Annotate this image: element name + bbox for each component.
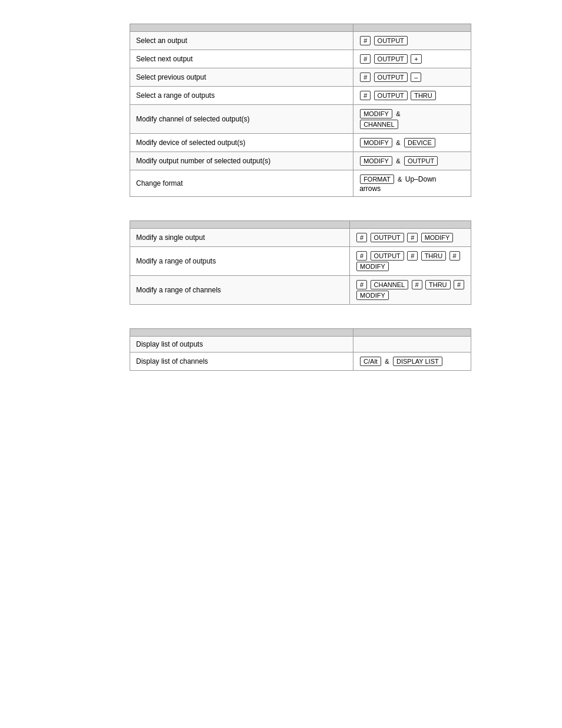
section-2: Modify a single output # OUTPUT # MODIFY… [35,220,527,305]
row-desc: Select a range of outputs [130,87,353,105]
key-arrows: Up–Down [405,175,437,183]
table-row: Modify a range of outputs # OUTPUT # THR… [130,247,471,276]
table3-header-desc [130,329,353,337]
row-desc: Select next output [130,50,353,68]
row-keys: # OUTPUT THRU [353,87,471,105]
key-modify: MODIFY [360,109,392,118]
key-format: FORMAT [360,174,394,184]
key-hash: # [356,251,367,261]
table-row: Select a range of outputs # OUTPUT THRU [130,87,471,105]
section-1: Select an output # OUTPUT Select next ou… [35,24,527,197]
key-output: OUTPUT [371,251,404,261]
row-desc: Modify channel of selected output(s) [130,105,353,134]
key-plus: + [411,54,421,64]
table1-header-action [353,24,471,32]
row-keys: # OUTPUT + [353,50,471,68]
row-keys: MODIFY & DEVICE [353,134,471,152]
table-row: Display list of outputs [130,337,471,353]
table-row: Select previous output # OUTPUT – [130,68,471,87]
key-display-list: DISPLAY LIST [393,357,442,366]
table-row: Modify a single output # OUTPUT # MODIFY [130,229,471,247]
table2-header-desc [130,221,350,229]
table-row: Change format FORMAT & Up–Down arrows [130,170,471,197]
key-hash2: # [407,251,418,261]
row-keys: # OUTPUT – [353,68,471,87]
row-keys: # OUTPUT # THRU # MODIFY [350,247,471,276]
row-keys: # OUTPUT # MODIFY [350,229,471,247]
table-3: Display list of outputs Display list of … [130,328,471,371]
amp: & [398,176,402,183]
key-output: OUTPUT [374,91,408,100]
table1-header-desc [130,24,353,32]
amp: & [385,358,389,365]
key-modify: MODIFY [421,233,454,242]
row-keys [353,337,471,353]
key-hash: # [356,280,367,289]
key-minus: – [411,73,421,82]
table3-header-action [353,329,471,337]
table-row: Select next output # OUTPUT + [130,50,471,68]
section-3: Display list of outputs Display list of … [35,328,527,371]
row-keys: # OUTPUT [353,32,471,50]
row-desc: Modify a range of channels [130,276,350,305]
table-row: Modify device of selected output(s) MODI… [130,134,471,152]
amp: & [396,110,400,117]
row-desc: Modify output number of selected output(… [130,152,353,170]
row-desc: Select an output [130,32,353,50]
key-channel: CHANNEL [371,280,409,289]
key-output: OUTPUT [374,73,408,82]
amp: & [396,157,400,164]
key-modify: MODIFY [360,138,392,147]
key-hash3: # [454,280,464,289]
row-desc: Select previous output [130,68,353,87]
row-desc: Modify device of selected output(s) [130,134,353,152]
key-arrows-2: arrows [359,185,381,193]
table-2: Modify a single output # OUTPUT # MODIFY… [130,220,471,305]
row-desc: Modify a single output [130,229,350,247]
key-device: DEVICE [404,138,435,147]
key-output: OUTPUT [374,54,408,64]
key-output: OUTPUT [374,36,408,45]
table2-header-action [350,221,471,229]
key-channel: CHANNEL [360,120,398,129]
row-keys: MODIFY & CHANNEL [353,105,471,134]
key-modify: MODIFY [356,291,389,300]
key-hash3: # [449,251,460,261]
key-hash: # [356,233,367,242]
key-hash: # [360,73,371,82]
key-output: OUTPUT [404,156,438,166]
key-hash: # [360,91,371,100]
key-calt: C/Alt [360,357,381,366]
table-row: Modify channel of selected output(s) MOD… [130,105,471,134]
key-thru: THRU [421,251,447,261]
table-1: Select an output # OUTPUT Select next ou… [130,24,471,197]
amp: & [396,139,400,146]
key-hash: # [360,54,371,64]
row-keys: MODIFY & OUTPUT [353,152,471,170]
row-desc: Display list of outputs [130,337,353,353]
key-thru: THRU [425,280,451,289]
table-row: Select an output # OUTPUT [130,32,471,50]
page-content: Select an output # OUTPUT Select next ou… [35,24,527,371]
row-desc: Change format [130,170,353,197]
key-modify: MODIFY [360,156,392,166]
row-desc: Modify a range of outputs [130,247,350,276]
row-keys: C/Alt & DISPLAY LIST [353,353,471,371]
row-desc: Display list of channels [130,353,353,371]
key-hash2: # [407,233,418,242]
table-row: Display list of channels C/Alt & DISPLAY… [130,353,471,371]
table-row: Modify a range of channels # CHANNEL # T… [130,276,471,305]
key-modify: MODIFY [356,262,389,271]
row-keys: # CHANNEL # THRU # MODIFY [350,276,471,305]
table-row: Modify output number of selected output(… [130,152,471,170]
key-hash: # [360,36,371,45]
key-thru: THRU [411,91,436,100]
row-keys: FORMAT & Up–Down arrows [353,170,471,197]
key-hash2: # [412,280,422,289]
key-output: OUTPUT [371,233,404,242]
